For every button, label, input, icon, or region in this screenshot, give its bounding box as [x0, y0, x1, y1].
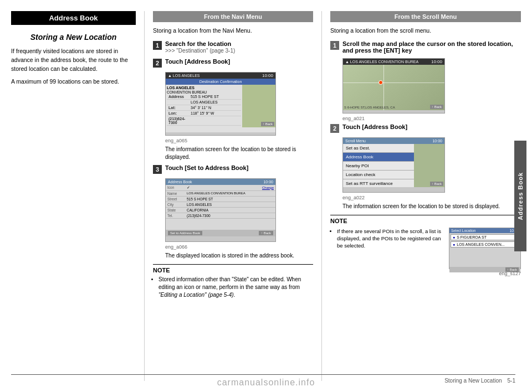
right-note-box: NOTE If there are several POIs in the sc…	[330, 215, 521, 276]
step-3-content: Touch [Set to Address Book]	[165, 164, 313, 171]
right-note-inline: If there are several POIs in the scroll,…	[330, 228, 521, 269]
screen-caption-1: eng_a065	[165, 138, 313, 143]
watermark: carmanualsonline.info	[217, 378, 315, 388]
set-to-addr-btn[interactable]: Set to Address Book	[168, 231, 202, 235]
step-2-desc: The information screen for the location …	[165, 146, 313, 161]
screen-logo: ▲ LOS ANGELES	[168, 74, 200, 78]
header-title: Address Book	[49, 14, 98, 22]
step-2-row: 2 Touch [Address Book]	[153, 58, 313, 68]
right-step-1-num: 1	[330, 41, 339, 50]
right-column: Address Book From the Scroll Menu Storin…	[321, 11, 526, 381]
step-1-title: Search for the location	[165, 40, 313, 47]
mid-note-title: NOTE	[153, 267, 313, 274]
step-1-row: 1 Search for the location >>> "Destinati…	[153, 40, 313, 54]
step-2-num: 2	[153, 59, 162, 68]
right-step-2-row: 2 Touch [Address Book]	[330, 123, 521, 133]
addr-book-screen: Address Book 10:00 Icon✓Change NameLOS A…	[165, 178, 276, 242]
select-location-screen: Select Location 10:00 ● S FIGUEROA ST ● …	[449, 228, 521, 269]
step-2-title: Touch [Address Book]	[165, 58, 313, 65]
mid-col-header: From the Navi Menu	[153, 11, 313, 22]
footer-page: 5-1	[508, 378, 515, 384]
step-3-row: 3 Touch [Set to Address Book]	[153, 164, 313, 174]
ab-book-btn[interactable]: ↑ Back	[259, 231, 273, 235]
step-3-desc: The displayed location is stored in the …	[165, 252, 313, 260]
step-1-subtitle: >>> "Destination" (page 3-1)	[165, 48, 313, 54]
ab-screen-title: Address Book	[168, 180, 192, 184]
sidebar-tab: Address Book	[514, 141, 526, 251]
ab-screen-time: 10:00	[263, 180, 273, 184]
right-step-2-title: Touch [Address Book]	[342, 123, 521, 130]
right-screen-caption-2: eng_a022	[342, 195, 521, 200]
step-3-num: 3	[153, 165, 162, 174]
section-title: Storing a New Location	[11, 33, 136, 42]
page-container: Address Book Storing a New Location If f…	[0, 0, 532, 392]
mid-note-text: Stored information other than "State" ca…	[153, 276, 313, 299]
right-col-header: From the Scroll Menu	[330, 11, 521, 22]
right-intro: Storing a location from the scroll menu.	[330, 27, 521, 35]
right-note-text: If there are several POIs in the scroll,…	[330, 228, 446, 250]
dest-confirm-screen: ▲ LOS ANGELES 10:00 Destination Confirma…	[165, 72, 276, 136]
right-step-1-content: Scroll the map and place the cursor on t…	[342, 40, 521, 54]
body-text-1: If frequently visited locations are stor…	[11, 47, 136, 73]
step-1-content: Search for the location >>> "Destination…	[165, 40, 313, 54]
scroll-menu-screen: Scroll Menu 10:00 Set as Dest. Address B…	[342, 137, 445, 193]
dest-title: Destination Confirmation	[166, 79, 275, 85]
right-step-2-content: Touch [Address Book]	[342, 123, 521, 130]
left-body: If frequently visited locations are stor…	[11, 47, 136, 86]
right-step-1-title: Scroll the map and place the cursor on t…	[342, 40, 521, 54]
mid-note-box: NOTE Stored information other than "Stat…	[153, 264, 313, 299]
scroll-map-screen: ▲ LOS ANGELES CONVENTION BUREA 10:00 S 6…	[342, 58, 445, 114]
footer-text: Storing a New Location	[444, 378, 502, 384]
right-step-2-num: 2	[330, 124, 339, 133]
step-1-num: 1	[153, 41, 162, 50]
right-step-1-row: 1 Scroll the map and place the cursor on…	[330, 40, 521, 54]
middle-column: From the Navi Menu Storing a location fr…	[144, 11, 321, 381]
right-step-2-desc: The information screen for the location …	[342, 203, 521, 210]
mid-intro: Storing a location from the Navi Menu.	[153, 27, 313, 35]
screen-time: 10:00	[262, 73, 273, 78]
body-text-2: A maximum of 99 locations can be stored.	[11, 78, 136, 86]
step-3-title: Touch [Set to Address Book]	[165, 164, 313, 171]
screen-caption-2: eng_a066	[165, 244, 313, 250]
right-screen-caption-1: eng_a021	[342, 116, 521, 121]
step-2-content: Touch [Address Book]	[165, 58, 313, 65]
left-column: Address Book Storing a New Location If f…	[11, 11, 144, 381]
right-note-title: NOTE	[330, 218, 521, 224]
address-book-header: Address Book	[11, 11, 136, 25]
